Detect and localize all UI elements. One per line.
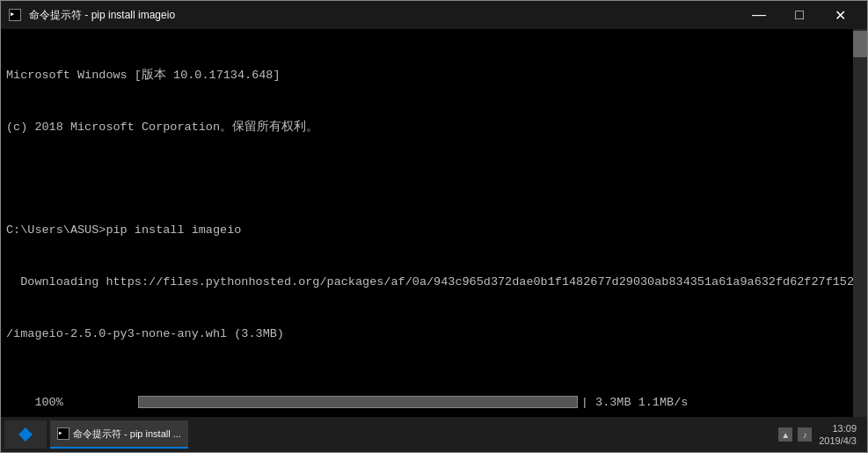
terminal-line-5: Downloading https://files.pythonhosted.o… xyxy=(6,274,862,291)
title-bar: 命令提示符 - pip install imageio — □ ✕ xyxy=(1,1,867,29)
clock-time: 13:09 xyxy=(832,422,857,435)
progress-bar xyxy=(138,396,578,408)
terminal-line-3 xyxy=(6,171,862,188)
terminal-output: Microsoft Windows [版本 10.0.17134.648] (c… xyxy=(6,33,862,417)
window-title: 命令提示符 - pip install imageio xyxy=(29,8,175,23)
taskbar-cmd-item[interactable]: 命令提示符 - pip install ... xyxy=(50,420,188,449)
terminal-line-2: (c) 2018 Microsoft Corporation。保留所有权利。 xyxy=(6,119,862,136)
clock-date: 2019/4/3 xyxy=(819,435,857,447)
volume-tray-icon: ♪ xyxy=(798,427,812,442)
terminal-area[interactable]: Microsoft Windows [版本 10.0.17134.648] (c… xyxy=(1,29,867,417)
notification-area: ▲ ♪ xyxy=(778,427,812,442)
title-bar-controls: — □ ✕ xyxy=(739,1,860,29)
start-button[interactable] xyxy=(4,420,47,449)
taskbar: 命令提示符 - pip install ... ▲ ♪ 13:09 2019/4… xyxy=(1,417,867,452)
taskbar-right: ▲ ♪ 13:09 2019/4/3 xyxy=(778,422,864,448)
terminal-line-6: /imageio-2.5.0-py3-none-any.whl (3.3MB) xyxy=(6,325,862,343)
maximize-button[interactable]: □ xyxy=(779,1,820,29)
taskbar-item-label: 命令提示符 - pip install ... xyxy=(73,427,181,441)
close-button[interactable]: ✕ xyxy=(820,1,860,29)
terminal-line-4: C:\Users\ASUS>pip install imageio xyxy=(6,222,862,239)
clock: 13:09 2019/4/3 xyxy=(819,422,857,448)
network-tray-icon: ▲ xyxy=(778,427,792,442)
cmd-window-icon xyxy=(8,8,22,22)
cmd-window: 命令提示符 - pip install imageio — □ ✕ Micros… xyxy=(0,0,868,453)
minimize-button[interactable]: — xyxy=(739,1,779,29)
progress-size: | 3.3MB 1.1MB/s xyxy=(581,394,689,412)
scrollbar-thumb[interactable] xyxy=(853,31,867,57)
progress-bar-container xyxy=(67,376,578,417)
terminal-progress-line: 100% | 3.3MB 1.1MB/s xyxy=(6,376,862,417)
taskbar-cmd-icon xyxy=(57,427,69,440)
terminal-line-1: Microsoft Windows [版本 10.0.17134.648] xyxy=(6,67,862,84)
progress-percent: 100% xyxy=(6,394,63,412)
title-bar-left: 命令提示符 - pip install imageio xyxy=(8,8,175,23)
start-icon xyxy=(18,427,33,442)
scrollbar[interactable] xyxy=(853,29,867,417)
